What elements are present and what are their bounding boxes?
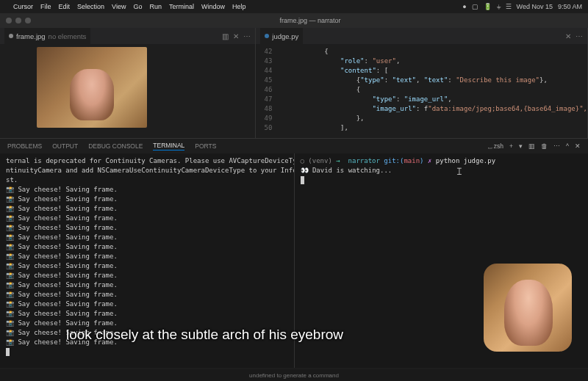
new-terminal-icon[interactable]: + — [509, 142, 513, 150]
window-title: frame.jpg — narrator — [38, 17, 582, 24]
panel-tab-output[interactable]: OUTPUT — [52, 142, 78, 150]
panel-tab-debug-console[interactable]: DEBUG CONSOLE — [88, 142, 143, 150]
menubar-item-terminal[interactable]: Terminal — [169, 3, 194, 10]
python-file-icon — [265, 34, 269, 38]
tab-label: judge.py — [272, 32, 298, 40]
tab-frame-jpg[interactable]: frame.jpg no elements — [4, 28, 90, 44]
menubar-item-window[interactable]: Window — [201, 3, 225, 10]
terminal-shell-badge[interactable]: ⎵ zsh — [488, 142, 503, 150]
more-actions-icon[interactable]: ⋯ — [576, 32, 583, 40]
close-tab-icon[interactable]: ✕ — [565, 32, 571, 40]
traffic-lights[interactable] — [6, 18, 31, 23]
menubar-item-go[interactable]: Go — [133, 3, 142, 10]
menubar-status-icons: ● ▢ 🔋 ⏚ ☰ Wed Nov 15 9:50 AM — [462, 3, 582, 10]
editor-pane-right: judge.py ✕ ⋯ 42 {43 "role": "user",44 "c… — [256, 28, 588, 138]
control-center-icon[interactable]: ☰ — [506, 3, 512, 10]
menubar-item-run[interactable]: Run — [149, 3, 162, 10]
menubar-item-file[interactable]: File — [40, 3, 51, 10]
terminal-dropdown-icon[interactable]: ▾ — [519, 142, 523, 150]
close-tab-icon[interactable]: ✕ — [233, 32, 239, 40]
menubar-item-view[interactable]: View — [112, 3, 126, 10]
panel-tab-terminal[interactable]: TERMINAL — [153, 142, 184, 150]
tab-row-right: judge.py ✕ ⋯ — [256, 28, 587, 44]
record-icon[interactable]: ● — [462, 3, 466, 10]
more-actions-icon[interactable]: ⋯ — [243, 32, 251, 40]
menubar-item-help[interactable]: Help — [232, 3, 246, 10]
tab-label: frame.jpg — [16, 32, 46, 40]
editor-pane-left: frame.jpg no elements ▥ ✕ ⋯ — [0, 28, 256, 138]
close-panel-icon[interactable]: ✕ — [575, 142, 581, 150]
status-text: undefined to generate a command — [249, 372, 339, 379]
more-actions-icon[interactable]: ⋯ — [553, 142, 560, 150]
webcam-overlay — [484, 264, 572, 352]
trash-icon[interactable]: 🗑 — [541, 142, 548, 150]
panel-tab-ports[interactable]: PORTS — [195, 142, 216, 150]
image-preview — [37, 47, 147, 128]
menubar-app[interactable]: Cursor — [13, 3, 33, 10]
panel-tab-problems[interactable]: PROBLEMS — [7, 142, 42, 150]
split-editor-icon[interactable]: ▥ — [222, 32, 229, 40]
split-terminal-icon[interactable]: ▥ — [528, 142, 535, 150]
menubar-time[interactable]: 9:50 AM — [558, 3, 582, 10]
battery-icon[interactable]: 🔋 — [484, 3, 492, 10]
caption-overlay: look closely at the subtle arch of his e… — [66, 327, 343, 343]
menubar-item-selection[interactable]: Selection — [77, 3, 104, 10]
menubar-item-edit[interactable]: Edit — [59, 3, 71, 10]
mac-menubar: Cursor File Edit Selection View Go Run T… — [0, 0, 588, 13]
window-titlebar: frame.jpg — narrator — [0, 13, 588, 28]
maximize-panel-icon[interactable]: ^ — [566, 142, 569, 150]
panel-tabs: PROBLEMS OUTPUT DEBUG CONSOLE TERMINAL P… — [0, 139, 588, 153]
image-preview-area[interactable] — [0, 44, 255, 138]
wifi-icon[interactable]: ⏚ — [497, 3, 501, 10]
image-file-icon — [9, 34, 13, 38]
tab-row-left: frame.jpg no elements ▥ ✕ ⋯ — [0, 28, 255, 44]
menubar-date[interactable]: Wed Nov 15 — [517, 3, 553, 10]
camera-icon[interactable]: ▢ — [472, 3, 478, 10]
tab-judge-py[interactable]: judge.py — [260, 28, 303, 44]
code-editor[interactable]: 42 {43 "role": "user",44 "content": [45 … — [256, 44, 587, 138]
editor-split: frame.jpg no elements ▥ ✕ ⋯ judge.py ✕ ⋯ — [0, 28, 588, 138]
tab-suffix: no elements — [49, 32, 87, 40]
status-bar: undefined to generate a command — [0, 369, 588, 381]
